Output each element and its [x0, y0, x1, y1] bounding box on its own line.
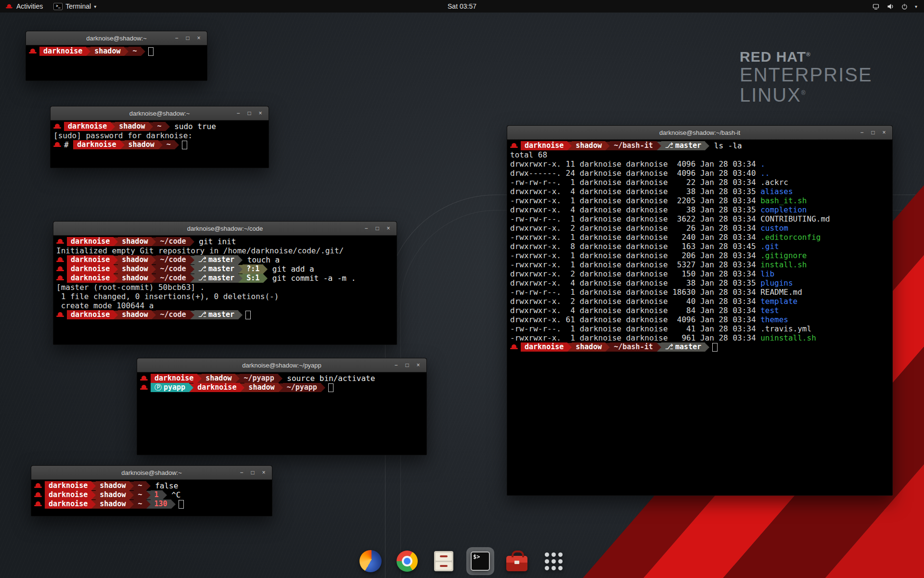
powerline-arrow — [129, 500, 134, 509]
redhat-icon — [34, 501, 42, 507]
terminal-content[interactable]: darknoiseshadow~ falsedarknoiseshadow~1 … — [31, 480, 272, 516]
prompt-segment: darknoise — [193, 383, 240, 392]
powerline-arrow — [129, 482, 134, 490]
terminal-content[interactable]: darknoiseshadow~/code git initInitialize… — [53, 236, 397, 344]
output-text: .ackrc — [760, 178, 788, 187]
prompt-segment: 130 — [151, 499, 171, 509]
close-button[interactable]: × — [414, 361, 423, 369]
powerline-arrow — [146, 491, 151, 499]
chrome-icon — [397, 551, 418, 572]
powerline-arrow — [657, 142, 661, 150]
maximize-button[interactable]: □ — [403, 361, 411, 369]
redhat-icon — [29, 48, 37, 54]
window-title: darknoise@shadow:~/bash-it — [541, 129, 859, 136]
window-titlebar[interactable]: darknoise@shadow:~/bash-it − □ × — [507, 126, 892, 140]
prompt-segment: shadow — [118, 274, 152, 283]
dock-toolbox[interactable] — [503, 547, 531, 575]
powerline-arrow — [190, 274, 194, 283]
powerline-arrow — [240, 383, 244, 392]
terminal-line: -rwxrwxr-x. 1 darknoise darknoise 2205 J… — [510, 196, 889, 205]
output-text: drwxrwxr-x. 11 darknoise darknoise 4096 … — [510, 159, 760, 169]
prompt-segment: ⎇master — [194, 264, 238, 274]
close-button[interactable]: × — [256, 109, 265, 118]
prompt-segment: ~ — [134, 499, 146, 509]
terminal-window-home-2: darknoise@shadow:~ − □ × darknoiseshadow… — [31, 465, 272, 516]
window-title: darknoise@shadow:~ — [65, 469, 238, 476]
prompt-segment: shadow — [118, 310, 152, 319]
terminal-content[interactable]: darknoiseshadow~ sudo true[sudo] passwor… — [51, 120, 269, 168]
prompt-segment: ~/bash-it — [610, 342, 656, 352]
terminal-content[interactable]: darknoiseshadow~/bash-it⎇master ls -lato… — [507, 140, 892, 495]
terminal-line: -rw-rw-r--. 1 darknoise darknoise 22 Jan… — [510, 178, 889, 187]
window-titlebar[interactable]: darknoise@shadow:~ − □ × — [26, 31, 207, 45]
window-titlebar[interactable]: darknoise@shadow:~/code − □ × — [53, 222, 397, 236]
minimize-button[interactable]: − — [858, 128, 866, 137]
prompt-segment: ~/code — [156, 264, 190, 274]
prompt-segment: darknoise — [64, 122, 111, 131]
window-titlebar[interactable]: darknoise@shadow:~ − □ × — [31, 466, 272, 480]
window-title: darknoise@shadow:~/pyapp — [171, 362, 393, 369]
redhat-icon — [34, 492, 42, 498]
watermark-enterprise: ENTERPRISE — [740, 65, 873, 85]
prompt-segment: ~/pyapp — [240, 374, 278, 383]
chevron-down-icon[interactable]: ▾ — [915, 4, 917, 9]
prompt-segment: darknoise — [151, 374, 197, 383]
prompt-segment: darknoise — [73, 140, 120, 149]
minimize-button[interactable]: − — [234, 109, 243, 118]
output-text: .travis.yml — [760, 324, 811, 333]
command-text: ^C — [167, 490, 181, 499]
output-text: drwxrwxr-x. 4 darknoise darknoise 38 Jan… — [510, 205, 760, 214]
dock-app-grid[interactable] — [539, 547, 567, 575]
command-text: source bin/activate — [282, 374, 375, 383]
powerline-arrow — [263, 265, 268, 274]
app-menu-terminal[interactable]: >_ Terminal ▾ — [48, 0, 102, 13]
close-button[interactable]: × — [194, 34, 203, 42]
minimize-button[interactable]: − — [362, 224, 371, 233]
output-text: -rw-rw-r--. 1 darknoise darknoise 3622 J… — [510, 214, 760, 223]
maximize-button[interactable]: □ — [869, 128, 877, 137]
volume-icon[interactable] — [886, 3, 894, 10]
output-text: create mode 100644 a — [56, 301, 154, 310]
terminal-content[interactable]: darknoiseshadow~ — [26, 45, 207, 80]
maximize-button[interactable]: □ — [248, 468, 257, 477]
powerline-arrow — [114, 311, 118, 319]
terminal-content[interactable]: darknoiseshadow~/pyapp source bin/activa… — [137, 372, 426, 455]
minimize-button[interactable]: − — [172, 34, 181, 42]
display-icon[interactable] — [872, 3, 880, 10]
output-text: CONTRIBUTING.md — [760, 214, 830, 223]
minimize-button[interactable]: − — [392, 361, 400, 369]
redhat-icon — [140, 384, 148, 391]
prompt-segment: darknoise — [67, 264, 114, 274]
powerline-arrow — [567, 142, 572, 150]
dock-firefox[interactable] — [357, 547, 385, 575]
clock[interactable]: Sat 03:57 — [448, 2, 476, 10]
command-text: false — [151, 481, 179, 490]
dock-files[interactable] — [430, 547, 458, 575]
window-title: darknoise@shadow:~ — [84, 110, 235, 117]
dock-chrome[interactable] — [393, 547, 421, 575]
maximize-button[interactable]: □ — [183, 34, 192, 42]
command-text: ls -la — [709, 141, 742, 150]
window-titlebar[interactable]: darknoise@shadow:~/pyapp − □ × — [137, 358, 426, 372]
terminal-line: drwxrwxr-x. 2 darknoise darknoise 40 Jan… — [510, 297, 889, 306]
terminal-line: darknoiseshadow~ sudo true — [53, 122, 266, 131]
prompt-segment: ⎇master — [194, 310, 238, 319]
minimize-button[interactable]: − — [237, 468, 246, 477]
close-button[interactable]: × — [384, 224, 393, 233]
window-titlebar[interactable]: darknoise@shadow:~ − □ × — [51, 106, 269, 120]
app-menu-label: Terminal — [65, 2, 91, 10]
system-status-area[interactable]: ▾ — [872, 0, 924, 13]
prompt-segment: ~/code — [156, 274, 190, 283]
output-text: themes — [760, 315, 788, 324]
close-button[interactable]: × — [259, 468, 268, 477]
close-button[interactable]: × — [880, 128, 888, 137]
powerline-arrow — [605, 142, 610, 150]
powerline-arrow — [146, 482, 151, 490]
activities-button[interactable]: Activities — [0, 0, 48, 13]
dock-terminal[interactable]: $> — [466, 547, 494, 575]
maximize-button[interactable]: □ — [245, 109, 254, 118]
power-icon[interactable] — [901, 3, 908, 10]
powerline-arrow — [190, 256, 194, 264]
python-icon: Ⓟ — [154, 383, 162, 392]
maximize-button[interactable]: □ — [373, 224, 382, 233]
